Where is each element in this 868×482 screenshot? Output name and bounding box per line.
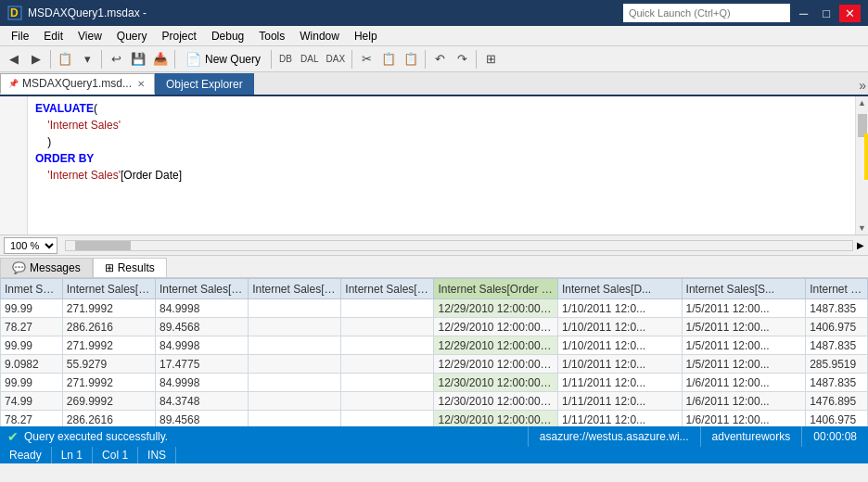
toolbar-paste[interactable]: 📋: [401, 49, 421, 70]
toolbar-btn-db2[interactable]: DAL: [298, 49, 321, 70]
toolbar-separator-7: [476, 50, 477, 69]
toolbar-btn-db3[interactable]: DAX: [323, 49, 348, 70]
menu-project[interactable]: Project: [155, 28, 204, 44]
status-time: 00:00:08: [801, 426, 868, 447]
menu-query[interactable]: Query: [109, 28, 155, 44]
status-bar: ✔ Query executed successfully. asazure:/…: [0, 426, 868, 447]
results-tab[interactable]: ⊞ Results: [93, 258, 167, 277]
toolbar-btn-3[interactable]: ↩: [106, 49, 126, 70]
table-cell: 1406.975: [806, 318, 868, 336]
bottom-col: Col 1: [93, 447, 138, 463]
table-cell: [249, 355, 341, 374]
menu-file[interactable]: File: [4, 28, 36, 44]
editor-scrollbar[interactable]: ▲ ▼: [855, 96, 868, 235]
quick-launch-input[interactable]: [623, 4, 790, 22]
table-cell: 285.9519: [806, 355, 868, 374]
menu-bar: File Edit View Query Project Debug Tools…: [0, 26, 868, 46]
menu-edit[interactable]: Edit: [36, 28, 70, 44]
status-sections: asazure://westus.asazure.wi... adventure…: [528, 426, 868, 447]
menu-debug[interactable]: Debug: [204, 28, 251, 44]
bottom-line: Ln 1: [52, 447, 93, 463]
zoom-select[interactable]: 100 % 75 % 125 % 150 %: [4, 237, 57, 254]
save-all-button[interactable]: 📥: [150, 49, 171, 70]
scroll-down-arrow[interactable]: ▼: [856, 222, 868, 235]
table-cell: [341, 374, 434, 392]
menu-window[interactable]: Window: [292, 28, 347, 44]
table-cell: [341, 318, 434, 336]
maximize-button[interactable]: □: [817, 5, 836, 22]
messages-tab[interactable]: 💬 Messages: [0, 258, 93, 277]
toolbar-redo[interactable]: ↷: [452, 49, 472, 70]
scroll-up-arrow[interactable]: ▲: [856, 96, 868, 109]
table-cell: 12/30/2010 12:00:00 AM: [434, 374, 558, 392]
table-cell: 99.99: [1, 336, 63, 355]
table-cell: [341, 336, 434, 355]
table-cell: [249, 336, 341, 355]
toolbar-btn-db1[interactable]: DB: [275, 49, 296, 70]
code-editor[interactable]: EVALUATE( 'Internet Sales' ) ORDER BY 'I…: [28, 96, 855, 235]
toolbar-btn-1[interactable]: 📋: [55, 49, 75, 70]
table-cell: 1476.895: [806, 392, 868, 411]
new-query-button[interactable]: 📄 New Query: [179, 49, 267, 70]
back-button[interactable]: ◀: [4, 49, 24, 70]
horizontal-scrollbar[interactable]: [65, 240, 853, 251]
table-cell: [341, 355, 434, 374]
tab-overflow-button[interactable]: »: [859, 78, 866, 93]
bottom-ready: Ready: [0, 447, 52, 463]
table-row: 74.99269.999284.374812/30/2010 12:00:00 …: [1, 392, 868, 411]
line-numbers: [0, 96, 28, 235]
app-icon: D: [7, 6, 22, 20]
tab-bar: 📌 MSDAXQuery1.msd... ✕ Object Explorer »: [0, 72, 868, 96]
toolbar-copy[interactable]: 📋: [378, 49, 399, 70]
table-cell: 1/10/2011 12:0...: [558, 299, 683, 318]
zoom-bar: 100 % 75 % 125 % 150 % ▶: [0, 235, 868, 256]
bottom-bar: Ready Ln 1 Col 1 INS: [0, 447, 868, 463]
table-cell: 1/5/2011 12:00...: [682, 336, 806, 355]
table-cell: 286.2616: [62, 411, 155, 427]
toolbar-cut[interactable]: ✂: [356, 49, 377, 70]
editor-area: EVALUATE( 'Internet Sales' ) ORDER BY 'I…: [0, 96, 868, 235]
close-button[interactable]: ✕: [839, 5, 861, 22]
hscroll-right-arrow[interactable]: ▶: [857, 240, 864, 250]
editor-tab-close[interactable]: ✕: [135, 79, 147, 89]
menu-tools[interactable]: Tools: [251, 28, 292, 44]
toolbar-separator-5: [351, 50, 352, 69]
results-table: Inmet Sales[S... Internet Sales[T... Int…: [0, 278, 868, 426]
table-cell: [341, 411, 434, 427]
menu-view[interactable]: View: [70, 28, 109, 44]
forward-button[interactable]: ▶: [26, 49, 46, 70]
toolbar-undo[interactable]: ↶: [429, 49, 450, 70]
table-cell: 271.9992: [62, 374, 155, 392]
minimize-button[interactable]: ─: [794, 5, 813, 22]
toolbar-separator-2: [101, 50, 102, 69]
menu-help[interactable]: Help: [347, 28, 385, 44]
col-header-3: Internet Sales[C...: [249, 279, 341, 299]
tab-pin-icon: 📌: [8, 79, 19, 88]
toolbar-btn-2[interactable]: ▾: [77, 49, 97, 70]
table-cell: [249, 299, 341, 318]
messages-tab-icon: 💬: [12, 261, 26, 274]
table-cell: 12/30/2010 12:00:00 AM: [434, 392, 558, 411]
editor-tab[interactable]: 📌 MSDAXQuery1.msd... ✕: [0, 73, 155, 95]
results-tab-label: Results: [118, 261, 155, 274]
table-cell: 1/10/2011 12:0...: [558, 336, 683, 355]
table-cell: 12/29/2010 12:00:00 AM: [434, 355, 558, 374]
table-cell: 1/6/2011 12:00...: [682, 392, 806, 411]
col-header-6: Internet Sales[D...: [558, 279, 683, 299]
data-table-container[interactable]: Inmet Sales[S... Internet Sales[T... Int…: [0, 278, 868, 426]
save-button[interactable]: 💾: [128, 49, 148, 70]
table-body: 99.99271.999284.999812/29/2010 12:00:00 …: [1, 299, 868, 427]
table-cell: 12/29/2010 12:00:00 AM: [434, 318, 558, 336]
table-cell: 269.9992: [62, 392, 155, 411]
col-header-5: Internet Sales[Order Date]: [434, 279, 558, 299]
results-tabs: 💬 Messages ⊞ Results: [0, 256, 868, 278]
editor-tab-label: MSDAXQuery1.msd...: [22, 77, 132, 90]
status-connection: asazure://westus.asazure.wi...: [528, 426, 700, 447]
object-explorer-tab[interactable]: Object Explorer: [155, 73, 254, 95]
svg-text:D: D: [10, 6, 19, 19]
table-cell: [249, 318, 341, 336]
toolbar-grid[interactable]: ⊞: [480, 49, 501, 70]
table-cell: 78.27: [1, 318, 63, 336]
table-cell: [249, 374, 341, 392]
title-bar-left: D MSDAXQuery1.msdax -: [7, 6, 147, 20]
